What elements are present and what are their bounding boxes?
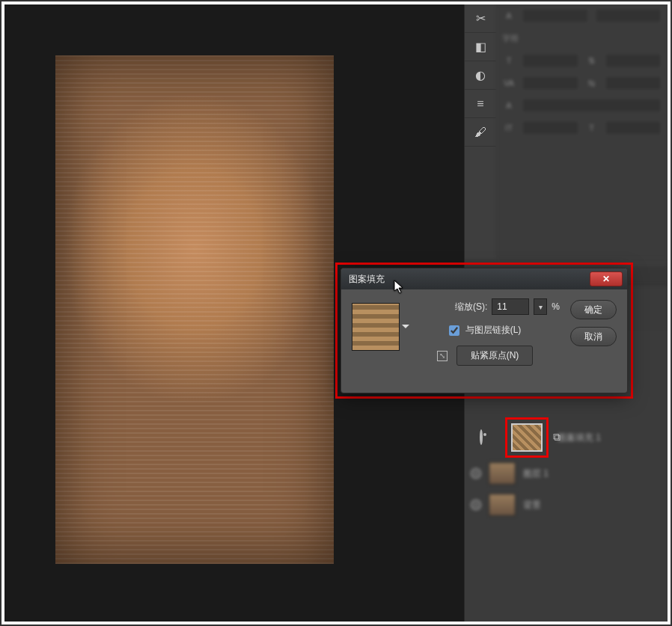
snap-origin-icon: ⤡ [437, 351, 448, 361]
brush-icon[interactable]: 🖌 [465, 118, 496, 147]
link-with-layer-checkbox[interactable] [449, 325, 459, 336]
visibility-eye-icon[interactable] [471, 500, 481, 510]
dialog-body: 缩放(S): ▾ % 与图层链接(L) ⤡ [341, 289, 627, 375]
dialog-titlebar[interactable]: 图案填充 ✕ [341, 268, 627, 289]
cancel-button[interactable]: 取消 [570, 327, 617, 346]
panel-tool-column: ✂ ◧ ◐ ≡ 🖌 [465, 4, 496, 259]
snap-to-origin-button[interactable]: 贴紧原点(N) [456, 346, 534, 366]
document-canvas[interactable] [55, 55, 334, 564]
layer-row[interactable]: 背景 [465, 489, 668, 521]
close-icon: ✕ [602, 274, 610, 284]
close-button[interactable]: ✕ [590, 271, 623, 286]
dialog-options: 缩放(S): ▾ % 与图层链接(L) ⤡ [410, 298, 560, 366]
dialog-highlight-box: 图案填充 ✕ 缩放(S): ▾ % [335, 263, 633, 399]
scale-unit: % [552, 301, 560, 312]
workspace: ✂ ◧ ◐ ≡ 🖌 A 字符 T⇅ VA⇆ A ITT [4, 4, 668, 622]
dialog-button-column: 确定 取消 [570, 298, 617, 366]
pattern-fill-thumbnail [511, 423, 543, 452]
layer-thumbnail [489, 494, 516, 516]
pattern-picker[interactable] [352, 303, 400, 351]
scale-input[interactable] [492, 298, 529, 315]
visibility-eye-icon[interactable] [471, 468, 481, 479]
layer-thumbnail-highlight[interactable] [505, 417, 549, 458]
character-panel: A 字符 T⇅ VA⇆ A ITT [496, 4, 668, 259]
layer-name: 图层 1 [523, 467, 662, 480]
scale-row: 缩放(S): ▾ % [410, 298, 560, 315]
cancel-button-label: 取消 [584, 331, 602, 343]
visibility-eye-icon[interactable] [480, 429, 483, 445]
circle-icon[interactable]: ◐ [465, 61, 496, 90]
ok-button[interactable]: 确定 [570, 300, 617, 319]
layer-name: 图案填充 1 [558, 432, 662, 444]
scale-label: 缩放(S): [455, 301, 487, 313]
char-panel-label: 字符 [502, 33, 519, 44]
layer-thumbnail [489, 462, 516, 485]
layer-row[interactable]: 图案填充 1 [552, 422, 668, 453]
link-with-layer-label: 与图层链接(L) [465, 324, 522, 337]
scale-dropdown[interactable]: ▾ [534, 298, 547, 315]
scissors-icon[interactable]: ✂ [465, 4, 496, 33]
ok-button-label: 确定 [584, 304, 602, 316]
chevron-down-icon: ▾ [539, 303, 543, 311]
layer-name: 背景 [523, 499, 662, 512]
paragraph-icon[interactable]: ≡ [465, 90, 496, 118]
snap-row: ⤡ 贴紧原点(N) [410, 346, 560, 366]
layer-row[interactable]: 图层 1 [465, 458, 668, 489]
link-with-layer-row: 与图层链接(L) [410, 324, 560, 337]
app-frame: ✂ ◧ ◐ ≡ 🖌 A 字符 T⇅ VA⇆ A ITT [0, 0, 672, 626]
snap-to-origin-label: 贴紧原点(N) [471, 350, 519, 360]
pattern-fill-dialog: 图案填充 ✕ 缩放(S): ▾ % [340, 268, 628, 393]
swatch-icon[interactable]: ◧ [465, 33, 496, 61]
dialog-title: 图案填充 [349, 273, 590, 286]
